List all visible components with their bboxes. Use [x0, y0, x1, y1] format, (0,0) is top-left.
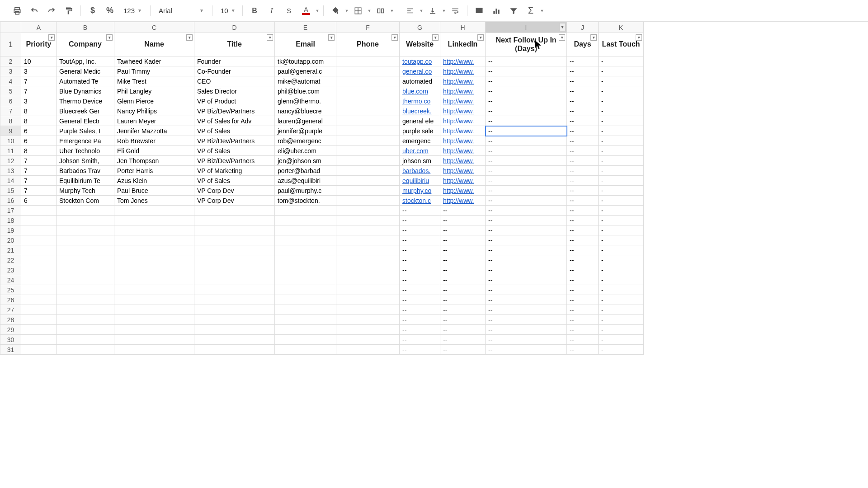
cell-B16[interactable]: Stockton Com: [57, 196, 114, 206]
cell-J8[interactable]: --: [567, 116, 599, 126]
cell-D3[interactable]: Co-Founder: [194, 66, 275, 76]
cell-G22[interactable]: --: [400, 255, 440, 265]
fill-color-button[interactable]: [327, 3, 344, 19]
filter-icon[interactable]: ▾: [106, 34, 113, 41]
cell-F15[interactable]: [336, 186, 400, 196]
filter-icon[interactable]: ▾: [48, 34, 55, 41]
row-header-20[interactable]: 20: [0, 235, 21, 245]
cell-H13[interactable]: http://www.: [440, 166, 486, 176]
cell-A9[interactable]: 6: [21, 126, 57, 136]
cell-E8[interactable]: lauren@general: [275, 116, 336, 126]
hyperlink[interactable]: murphy.co: [402, 187, 431, 194]
row-header-5[interactable]: 5: [0, 86, 21, 96]
cell-K20[interactable]: -: [599, 235, 644, 245]
cell-K27[interactable]: -: [599, 305, 644, 315]
cell-A30[interactable]: [21, 335, 57, 345]
cell-K19[interactable]: -: [599, 225, 644, 235]
cell-G17[interactable]: --: [400, 206, 440, 216]
cell-D22[interactable]: [194, 255, 275, 265]
cell-C29[interactable]: [114, 325, 194, 335]
cell-F3[interactable]: [336, 66, 400, 76]
cell-E17[interactable]: [275, 206, 336, 216]
cell-E24[interactable]: [275, 275, 336, 285]
column-header-B[interactable]: B: [57, 22, 114, 33]
cell-H8[interactable]: http://www.: [440, 116, 486, 126]
hyperlink[interactable]: http://www.: [443, 127, 474, 135]
cell-F5[interactable]: [336, 86, 400, 96]
cell-D10[interactable]: VP Biz/Dev/Partners: [194, 136, 275, 146]
filter-icon[interactable]: ▾: [392, 34, 398, 41]
cell-A26[interactable]: [21, 295, 57, 305]
cell-I10[interactable]: --: [486, 136, 567, 146]
cell-G12[interactable]: johson sm: [400, 156, 440, 166]
cell-I12[interactable]: --: [486, 156, 567, 166]
cell-H31[interactable]: --: [440, 345, 486, 355]
cell-K5[interactable]: -: [599, 86, 644, 96]
hyperlink[interactable]: http://www.: [443, 68, 474, 75]
cell-H30[interactable]: --: [440, 335, 486, 345]
cell-I6[interactable]: --: [486, 96, 567, 106]
cell-G23[interactable]: --: [400, 265, 440, 275]
cell-G3[interactable]: general.co: [400, 66, 440, 76]
cell-E19[interactable]: [275, 225, 336, 235]
cell-J17[interactable]: --: [567, 206, 599, 216]
cell-F10[interactable]: [336, 136, 400, 146]
cell-H7[interactable]: http://www.: [440, 106, 486, 116]
column-header-F[interactable]: F: [336, 22, 400, 33]
cell-D19[interactable]: [194, 225, 275, 235]
cell-G4[interactable]: automated: [400, 76, 440, 86]
cell-C24[interactable]: [114, 275, 194, 285]
cell-K30[interactable]: -: [599, 335, 644, 345]
cell-J24[interactable]: --: [567, 275, 599, 285]
row-header-24[interactable]: 24: [0, 275, 21, 285]
cell-I7[interactable]: --: [486, 106, 567, 116]
cell-E25[interactable]: [275, 285, 336, 295]
insert-chart-button[interactable]: [488, 3, 505, 19]
row-header-31[interactable]: 31: [0, 345, 21, 355]
cell-I26[interactable]: --: [486, 295, 567, 305]
cell-D24[interactable]: [194, 275, 275, 285]
cell-B24[interactable]: [57, 275, 114, 285]
cell-I27[interactable]: --: [486, 305, 567, 315]
cell-J28[interactable]: --: [567, 315, 599, 325]
hyperlink[interactable]: uber.com: [402, 147, 429, 155]
cell-E29[interactable]: [275, 325, 336, 335]
cell-C21[interactable]: [114, 245, 194, 255]
cell-J5[interactable]: --: [567, 86, 599, 96]
cell-D8[interactable]: VP of Sales for Adv: [194, 116, 275, 126]
header-cell-website[interactable]: Website▾: [400, 33, 440, 56]
cell-A24[interactable]: [21, 275, 57, 285]
cell-G20[interactable]: --: [400, 235, 440, 245]
cell-I11[interactable]: --: [486, 146, 567, 156]
cell-E6[interactable]: glenn@thermo.: [275, 96, 336, 106]
currency-button[interactable]: $: [85, 3, 101, 19]
cell-A6[interactable]: 3: [21, 96, 57, 106]
cell-C14[interactable]: Azus Klein: [114, 176, 194, 186]
functions-button[interactable]: Σ: [523, 3, 539, 19]
font-family-select[interactable]: Arial ▼: [154, 4, 208, 18]
cell-B31[interactable]: [57, 345, 114, 355]
cell-E9[interactable]: jennifer@purple: [275, 126, 336, 136]
cell-H22[interactable]: --: [440, 255, 486, 265]
cell-C3[interactable]: Paul Timmy: [114, 66, 194, 76]
cell-H18[interactable]: --: [440, 216, 486, 225]
cell-K23[interactable]: -: [599, 265, 644, 275]
filter-icon[interactable]: ▾: [328, 34, 335, 41]
text-color-dropdown[interactable]: ▼: [315, 9, 320, 13]
row-header-30[interactable]: 30: [0, 335, 21, 345]
cell-I22[interactable]: --: [486, 255, 567, 265]
paint-format-button[interactable]: [61, 3, 77, 19]
hyperlink[interactable]: http://www.: [443, 108, 474, 115]
cell-I23[interactable]: --: [486, 265, 567, 275]
cell-B13[interactable]: Barbados Trav: [57, 166, 114, 176]
cell-D6[interactable]: VP of Product: [194, 96, 275, 106]
cell-C19[interactable]: [114, 225, 194, 235]
undo-button[interactable]: [26, 3, 42, 19]
cell-G7[interactable]: bluecreek.: [400, 106, 440, 116]
cell-E23[interactable]: [275, 265, 336, 275]
cell-F18[interactable]: [336, 216, 400, 225]
cell-C23[interactable]: [114, 265, 194, 275]
cell-I2[interactable]: --: [486, 56, 567, 66]
cell-I16[interactable]: --: [486, 196, 567, 206]
cell-C7[interactable]: Nancy Phillips: [114, 106, 194, 116]
